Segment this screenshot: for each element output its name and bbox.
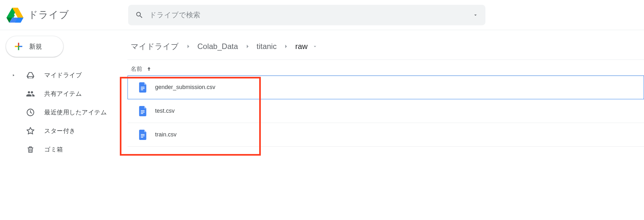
sidebar-item-label: マイドライブ [44, 71, 122, 79]
breadcrumb-dropdown-icon[interactable] [312, 44, 318, 49]
column-header-name[interactable]: 名前 [131, 65, 142, 73]
sidebar-item-recent[interactable]: 最近使用したアイテム [6, 103, 122, 122]
trash-icon [26, 145, 35, 154]
breadcrumb-item[interactable]: titanic [257, 42, 277, 51]
svg-rect-19 [141, 137, 143, 137]
sort-ascending-icon[interactable] [146, 66, 152, 72]
sidebar-item-label: スター付き [44, 127, 122, 135]
svg-rect-17 [141, 134, 145, 134]
sidebar-item-label: 共有アイテム [44, 90, 122, 98]
file-icon [139, 130, 147, 140]
svg-rect-15 [141, 112, 145, 112]
breadcrumb-item-current[interactable]: raw [295, 42, 308, 51]
plus-icon [13, 41, 24, 52]
file-name: gender_submission.csv [155, 84, 215, 91]
breadcrumb: マイドライブ Colab_Data titanic raw [128, 39, 644, 54]
search-options-dropdown-icon[interactable] [473, 12, 478, 18]
sidebar-item-label: 最近使用したアイテム [44, 108, 122, 117]
chevron-right-icon [185, 43, 192, 50]
file-row[interactable]: test.csv [128, 99, 644, 123]
search-icon [135, 11, 144, 19]
sidebar-item-shared[interactable]: 共有アイテム [6, 85, 122, 103]
svg-rect-7 [19, 46, 22, 47]
sidebar-item-my-drive[interactable]: マイドライブ [6, 66, 122, 85]
expand-caret-icon[interactable] [10, 73, 17, 77]
sidebar-item-label: ゴミ箱 [44, 145, 122, 154]
file-icon [139, 106, 147, 116]
svg-rect-9 [15, 46, 18, 47]
file-icon [139, 82, 147, 93]
file-row[interactable]: gender_submission.csv [128, 76, 644, 99]
svg-rect-8 [18, 47, 19, 50]
svg-rect-6 [18, 43, 19, 46]
clock-icon [26, 108, 35, 117]
chevron-right-icon [282, 43, 289, 50]
breadcrumb-item[interactable]: Colab_Data [197, 42, 238, 51]
search-bar[interactable] [128, 5, 485, 25]
file-list: gender_submission.csv test.csv [128, 75, 644, 147]
svg-rect-14 [141, 110, 145, 111]
header: ドライブ [0, 0, 644, 30]
drive-icon [26, 70, 35, 80]
search-input[interactable] [149, 11, 473, 19]
svg-rect-18 [141, 135, 145, 136]
people-icon [26, 89, 35, 99]
brand[interactable]: ドライブ [6, 7, 125, 23]
svg-rect-16 [141, 113, 143, 114]
brand-name: ドライブ [28, 8, 69, 21]
file-row[interactable]: train.csv [128, 123, 644, 147]
new-button-label: 新規 [29, 42, 42, 51]
file-name: train.csv [155, 131, 177, 138]
sidebar: 新規 マイドライブ [0, 30, 122, 220]
file-name: test.csv [155, 108, 175, 114]
content: マイドライブ Colab_Data titanic raw 名前 [122, 30, 644, 220]
breadcrumb-item[interactable]: マイドライブ [131, 41, 179, 52]
chevron-right-icon [244, 43, 251, 50]
new-button[interactable]: 新規 [6, 36, 63, 57]
svg-rect-11 [141, 86, 145, 87]
star-icon [26, 126, 35, 136]
column-header-row: 名前 [128, 60, 644, 75]
main: 新規 マイドライブ [0, 30, 644, 220]
drive-logo-icon [6, 7, 24, 23]
svg-rect-13 [141, 89, 143, 90]
sidebar-item-trash[interactable]: ゴミ箱 [6, 140, 122, 159]
sidebar-nav: マイドライブ 共有アイテム 最近使 [6, 66, 122, 159]
svg-rect-12 [141, 88, 145, 89]
sidebar-item-starred[interactable]: スター付き [6, 122, 122, 140]
